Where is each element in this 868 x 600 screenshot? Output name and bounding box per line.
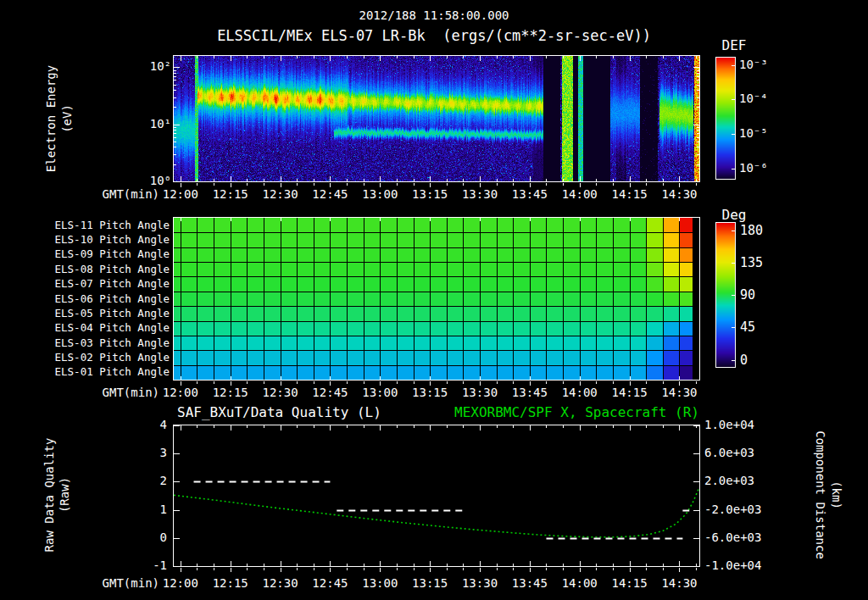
quality-y-tick-label: 3 — [133, 447, 167, 459]
time-tick-label: 12:15 — [206, 386, 255, 399]
x-tick-minor — [264, 568, 264, 570]
distance-y-tick-label: 1.0e+04 — [704, 419, 754, 431]
x-tick-minor — [314, 381, 314, 384]
x-tick-minor — [463, 568, 464, 570]
quality-y-tick-label: 2 — [133, 475, 167, 487]
deg-colorbar-gradient — [716, 223, 735, 367]
x-tick-minor — [613, 183, 614, 186]
x-tick-major — [630, 381, 631, 386]
time-axis-unit-label: GMT(min) — [98, 577, 159, 590]
spacecraft-series-title: MEXORBMC/SPF X, Spacecraft (R) — [339, 405, 699, 420]
x-tick-major — [430, 381, 431, 386]
time-tick-label: 13:30 — [455, 577, 504, 590]
x-tick-minor — [696, 568, 697, 570]
x-tick-minor — [264, 381, 264, 384]
pitch-row-label: ELS-07 Pitch Angle — [34, 278, 170, 290]
x-tick-major — [630, 183, 631, 187]
x-tick-minor — [646, 568, 647, 570]
pitch-row-label: ELS-04 Pitch Angle — [34, 322, 170, 334]
x-tick-major — [380, 381, 381, 386]
x-tick-major — [530, 381, 531, 386]
x-tick-minor — [447, 381, 448, 384]
deg-colorbar-tick-label: 135 — [740, 256, 763, 270]
time-tick-label: 12:30 — [256, 386, 305, 399]
time-tick-label: 13:30 — [455, 386, 504, 399]
x-tick-minor — [364, 183, 364, 186]
x-tick-minor — [663, 568, 664, 570]
pitch-angle-heatmap — [174, 218, 699, 380]
pitch-row-label: ELS-11 Pitch Angle — [34, 219, 170, 231]
spectrogram-y-tick-label: 10⁰ — [129, 175, 171, 187]
x-tick-major — [231, 183, 231, 187]
electron-spectrogram-panel — [173, 55, 700, 182]
distance-y-axis-units: (km) — [829, 481, 842, 509]
x-tick-major — [380, 183, 381, 187]
x-tick-major — [480, 381, 481, 386]
quality-distance-chart-panel — [173, 425, 700, 567]
x-tick-major — [679, 568, 680, 572]
x-tick-major — [679, 183, 680, 187]
x-tick-minor — [696, 183, 697, 186]
x-tick-major — [330, 183, 331, 187]
time-tick-label: 13:15 — [405, 577, 454, 590]
x-tick-major — [181, 568, 181, 572]
time-tick-label: 12:45 — [305, 386, 354, 399]
time-tick-label: 14:00 — [555, 386, 604, 399]
x-tick-major — [181, 183, 181, 187]
time-tick-label: 14:00 — [555, 188, 604, 201]
pitch-row-label: ELS-03 Pitch Angle — [34, 337, 170, 349]
time-tick-label: 13:15 — [405, 188, 454, 201]
time-tick-label: 12:30 — [256, 188, 305, 201]
x-tick-minor — [646, 183, 647, 186]
pitch-row-label: ELS-01 Pitch Angle — [34, 366, 170, 378]
x-tick-major — [530, 183, 531, 187]
x-tick-minor — [347, 183, 348, 186]
deg-colorbar-tick-label: 180 — [740, 224, 763, 238]
x-tick-major — [330, 381, 331, 386]
time-tick-label: 12:30 — [256, 577, 305, 590]
time-tick-label: 12:00 — [156, 386, 205, 399]
x-tick-minor — [197, 568, 198, 570]
electron-spectrogram-heatmap — [174, 56, 699, 181]
distance-y-tick-label: 6.0e+03 — [704, 447, 754, 459]
x-tick-major — [580, 568, 581, 572]
deg-colorbar-tick-label: 0 — [740, 353, 748, 368]
time-tick-label: 12:15 — [206, 188, 255, 201]
time-tick-label: 14:30 — [654, 577, 704, 590]
x-tick-minor — [214, 381, 214, 384]
deg-colorbar — [715, 222, 736, 368]
time-tick-label: 13:00 — [355, 188, 404, 201]
def-colorbar-tick-label: 10⁻³ — [739, 58, 768, 71]
x-tick-minor — [414, 381, 415, 384]
x-tick-minor — [563, 568, 564, 570]
def-colorbar-tick-label: 10⁻⁵ — [739, 127, 768, 140]
x-tick-minor — [314, 183, 314, 186]
x-tick-major — [480, 183, 481, 187]
distance-y-tick-label: -2.0e+03 — [704, 503, 761, 516]
time-tick-label: 14:30 — [654, 386, 704, 399]
x-tick-minor — [563, 381, 564, 384]
time-tick-label: 14:15 — [605, 577, 654, 590]
x-tick-minor — [596, 381, 597, 384]
spectrogram-y-tick-label: 10¹ — [129, 118, 171, 131]
x-tick-minor — [297, 183, 298, 186]
x-tick-minor — [497, 568, 498, 570]
x-tick-minor — [397, 183, 398, 186]
x-tick-major — [330, 568, 331, 572]
x-tick-minor — [546, 183, 547, 186]
time-tick-label: 12:00 — [156, 577, 205, 590]
x-tick-minor — [364, 381, 364, 384]
x-tick-minor — [663, 183, 664, 186]
x-tick-minor — [197, 183, 198, 186]
quality-y-tick-label: 0 — [133, 531, 167, 544]
deg-colorbar-tick-label: 90 — [740, 288, 755, 303]
x-tick-minor — [596, 568, 597, 570]
x-tick-minor — [197, 381, 198, 384]
x-tick-major — [580, 183, 581, 187]
pitch-row-label: ELS-06 Pitch Angle — [34, 293, 170, 305]
pitch-row-label: ELS-02 Pitch Angle — [34, 352, 170, 364]
time-tick-label: 13:00 — [355, 386, 404, 399]
x-tick-minor — [596, 183, 597, 186]
distance-y-axis-label: Component Distance — [813, 431, 826, 559]
pitch-row-label: ELS-09 Pitch Angle — [34, 248, 170, 260]
